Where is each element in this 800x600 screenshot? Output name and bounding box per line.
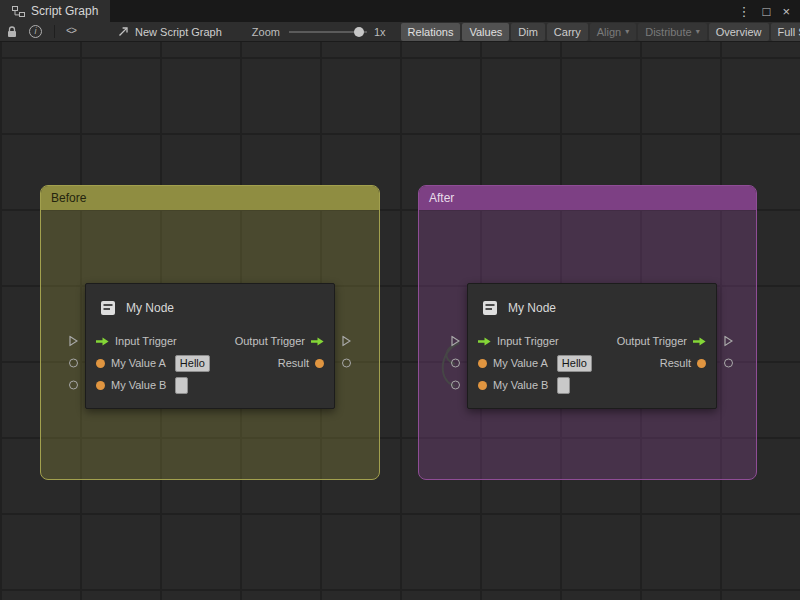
close-icon[interactable]: × (782, 5, 790, 18)
node-row-value-b: My Value B (468, 374, 716, 396)
value-a-input[interactable]: Hello (557, 355, 592, 372)
relations-button[interactable]: Relations (401, 23, 461, 41)
value-input-port-b[interactable] (451, 381, 460, 390)
value-output-port-result[interactable] (724, 359, 733, 368)
zoom-slider-handle[interactable] (354, 27, 364, 37)
script-graph-icon (12, 6, 25, 17)
script-graph-window: Script Graph ⋮ □ × i <> New Script Graph (0, 0, 800, 600)
unit-icon (99, 300, 117, 316)
values-button[interactable]: Values (462, 23, 509, 41)
flow-arrow-icon[interactable] (693, 337, 706, 346)
flow-input-port[interactable] (451, 336, 460, 347)
output-trigger-label: Output Trigger (235, 335, 305, 347)
group-before-label: Before (51, 191, 86, 205)
unit-icon (481, 300, 499, 316)
zoom-value: 1x (374, 26, 386, 38)
toolbar-separator (54, 25, 55, 38)
graph-canvas[interactable]: Before After My Node (0, 42, 800, 600)
value-output-port-result[interactable] (342, 359, 351, 368)
align-button: Align ▾ (590, 23, 636, 41)
chevron-down-icon: ▾ (696, 27, 700, 36)
value-b-input[interactable] (175, 377, 188, 394)
value-port-dot[interactable] (96, 381, 105, 390)
flow-arrow-icon[interactable] (478, 337, 491, 346)
node-title: My Node (126, 301, 174, 315)
input-trigger-label: Input Trigger (115, 335, 177, 347)
value-port-dot[interactable] (697, 359, 706, 368)
zoom-label: Zoom (252, 26, 280, 38)
value-port-dot[interactable] (96, 359, 105, 368)
node-my-node-before[interactable]: My Node Input Trigger Output Trigger (85, 283, 335, 409)
value-port-dot[interactable] (478, 381, 487, 390)
node-row-triggers: Input Trigger Output Trigger (468, 330, 716, 352)
graph-pointer-icon (118, 26, 129, 37)
distribute-button: Distribute ▾ (638, 23, 706, 41)
value-a-input[interactable]: Hello (175, 355, 210, 372)
value-port-dot[interactable] (315, 359, 324, 368)
group-before-header[interactable]: Before (41, 186, 379, 210)
value-b-input[interactable] (557, 377, 570, 394)
value-a-label: My Value A (493, 357, 548, 369)
flow-output-port[interactable] (342, 336, 351, 347)
zoom-slider[interactable] (289, 31, 367, 33)
group-after-label: After (429, 191, 454, 205)
chevron-down-icon: ▾ (625, 27, 629, 36)
node-header[interactable]: My Node (468, 284, 716, 328)
lock-icon[interactable] (7, 26, 17, 38)
code-icon[interactable]: <> (66, 26, 76, 37)
full-screen-button[interactable]: Full Screen (771, 23, 800, 41)
flow-arrow-icon[interactable] (96, 337, 109, 346)
result-label: Result (660, 357, 691, 369)
node-my-node-after[interactable]: My Node Input Trigger Output Trigger (467, 283, 717, 409)
menu-icon[interactable]: ⋮ (738, 5, 751, 18)
tab-title: Script Graph (31, 4, 98, 18)
carry-button[interactable]: Carry (547, 23, 588, 41)
value-input-port-a[interactable] (451, 359, 460, 368)
value-input-port-b[interactable] (69, 381, 78, 390)
node-row-triggers: Input Trigger Output Trigger (86, 330, 334, 352)
value-input-port-a[interactable] (69, 359, 78, 368)
node-body: Input Trigger Output Trigger My Value A (468, 328, 716, 408)
node-row-value-a: My Value A Hello Result (468, 352, 716, 374)
graph-toolbar: i <> New Script Graph Zoom 1x Relations … (0, 22, 800, 42)
node-title: My Node (508, 301, 556, 315)
info-icon[interactable]: i (29, 25, 42, 38)
dim-button[interactable]: Dim (511, 23, 545, 41)
graph-name[interactable]: New Script Graph (135, 26, 222, 38)
node-header[interactable]: My Node (86, 284, 334, 328)
value-b-label: My Value B (493, 379, 548, 391)
value-a-label: My Value A (111, 357, 166, 369)
node-row-value-b: My Value B (86, 374, 334, 396)
value-b-label: My Value B (111, 379, 166, 391)
overview-button[interactable]: Overview (709, 23, 769, 41)
node-row-value-a: My Value A Hello Result (86, 352, 334, 374)
window-controls: ⋮ □ × (728, 0, 800, 22)
maximize-icon[interactable]: □ (763, 5, 771, 18)
group-after-header[interactable]: After (419, 186, 756, 210)
flow-output-port[interactable] (724, 336, 733, 347)
input-trigger-label: Input Trigger (497, 335, 559, 347)
toolbar-buttons: Relations Values Dim Carry Align ▾ Distr… (401, 22, 800, 42)
output-trigger-label: Output Trigger (617, 335, 687, 347)
flow-arrow-icon[interactable] (311, 337, 324, 346)
tab-bar: Script Graph ⋮ □ × (0, 0, 800, 22)
flow-input-port[interactable] (69, 336, 78, 347)
node-body: Input Trigger Output Trigger My Value A (86, 328, 334, 408)
tab-script-graph[interactable]: Script Graph (0, 0, 110, 22)
value-port-dot[interactable] (478, 359, 487, 368)
result-label: Result (278, 357, 309, 369)
